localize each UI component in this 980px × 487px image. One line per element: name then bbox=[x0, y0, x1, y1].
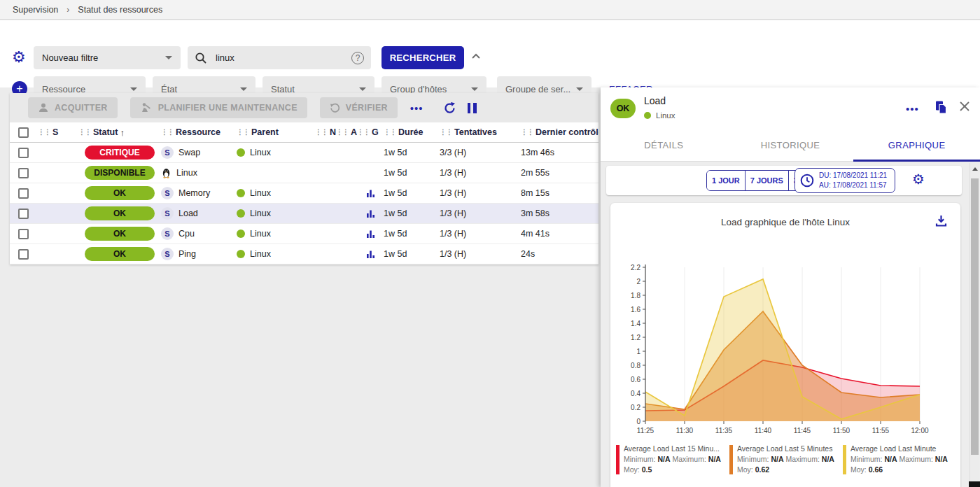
legend-item-load1[interactable]: Average Load Last Minute Minimum: N/A Ma… bbox=[843, 444, 956, 476]
breadcrumb-supervision[interactable]: Supervision bbox=[13, 5, 58, 15]
svg-text:11:40: 11:40 bbox=[755, 427, 772, 435]
check-label: VÉRIFIER bbox=[346, 103, 388, 113]
search-icon bbox=[195, 52, 207, 64]
tries-value: 3/3 (H) bbox=[440, 148, 521, 157]
range-1-day-button[interactable]: 1 JOUR bbox=[707, 171, 746, 190]
row-checkbox[interactable] bbox=[18, 209, 29, 219]
graph-icon[interactable] bbox=[366, 250, 375, 259]
graph-card: Load graphique de l'hôte Linux 00.20.40.… bbox=[610, 203, 960, 487]
graph-icon[interactable] bbox=[366, 230, 375, 239]
column-header-a[interactable]: ⋮⋮A bbox=[336, 127, 357, 137]
chevron-right-icon: › bbox=[66, 5, 69, 15]
tries-value: 1/3 (H) bbox=[440, 188, 521, 198]
more-actions-icon[interactable]: ••• bbox=[410, 102, 424, 114]
parent-name[interactable]: Linux bbox=[250, 148, 271, 157]
breadcrumb-statut-ressources[interactable]: Statut des ressources bbox=[78, 5, 162, 15]
table-header-row: ⋮⋮S ⋮⋮Statut↑ ⋮⋮Ressource ⋮⋮Parent ⋮⋮N ⋮… bbox=[10, 122, 598, 143]
graph-settings-gear-icon[interactable]: ⚙ bbox=[912, 172, 925, 186]
scroll-up-arrow[interactable] bbox=[972, 167, 978, 171]
column-header-severity[interactable]: ⋮⋮S bbox=[38, 127, 78, 137]
parent-status-dot bbox=[644, 112, 651, 119]
column-header-duration[interactable]: ⋮⋮Durée bbox=[384, 127, 440, 137]
acknowledge-button[interactable]: ACQUITTER bbox=[28, 97, 118, 118]
chevron-down-icon bbox=[576, 87, 583, 91]
panel-title: Load bbox=[644, 95, 666, 106]
search-input[interactable] bbox=[214, 52, 344, 64]
row-checkbox[interactable] bbox=[18, 229, 29, 239]
panel-parent-name[interactable]: Linux bbox=[656, 111, 676, 120]
search-help-icon[interactable]: ? bbox=[351, 52, 364, 64]
parent-name[interactable]: Linux bbox=[250, 209, 271, 218]
download-graph-icon[interactable] bbox=[934, 214, 948, 227]
tab-details[interactable]: DÉTAILS bbox=[601, 129, 727, 161]
graph-icon[interactable] bbox=[366, 189, 375, 198]
row-checkbox[interactable] bbox=[18, 168, 29, 178]
row-checkbox[interactable] bbox=[18, 188, 29, 199]
saved-filter-select[interactable]: Nouveau filtre bbox=[34, 46, 181, 69]
row-checkbox[interactable] bbox=[18, 249, 29, 260]
column-header-tries[interactable]: ⋮⋮Tentatives bbox=[440, 127, 521, 137]
close-panel-icon[interactable] bbox=[959, 101, 970, 112]
resources-table: ACQUITTER PLANIFIER UNE MAINTENANCE VÉRI… bbox=[10, 93, 598, 264]
resource-name[interactable]: Linux bbox=[176, 168, 197, 178]
table-row[interactable]: OK SMemory Linux 1w 5d 1/3 (H) 8m 15s bbox=[10, 183, 598, 204]
scrollbar-thumb[interactable] bbox=[971, 178, 979, 455]
resource-name[interactable]: Load bbox=[178, 209, 198, 218]
check-button[interactable]: VÉRIFIER bbox=[320, 97, 398, 118]
column-header-g[interactable]: ⋮⋮G bbox=[357, 127, 384, 137]
table-row-selected[interactable]: OK SLoad Linux 1w 5d 1/3 (H) 3m 58s bbox=[10, 204, 598, 224]
column-header-last-check[interactable]: ⋮⋮Dernier contrôle bbox=[521, 127, 598, 137]
last-check-value: 4m 41s bbox=[521, 229, 598, 239]
refresh-icon[interactable] bbox=[443, 101, 456, 115]
svg-text:0: 0 bbox=[636, 418, 640, 425]
resource-name[interactable]: Memory bbox=[178, 188, 210, 198]
custom-period-button[interactable]: DU: 17/08/2021 11:21 AU: 17/08/2021 11:5… bbox=[794, 168, 895, 193]
parent-name[interactable]: Linux bbox=[250, 229, 271, 239]
panel-scrollbar bbox=[969, 163, 979, 487]
table-row[interactable]: CRITIQUE SSwap Linux 1w 5d 3/3 (H) 13m 4… bbox=[10, 143, 598, 163]
resource-name[interactable]: Ping bbox=[178, 249, 196, 259]
svg-text:1: 1 bbox=[636, 348, 640, 355]
row-checkbox[interactable] bbox=[18, 148, 29, 158]
pause-icon[interactable] bbox=[468, 103, 477, 113]
load-area-chart[interactable]: 00.20.40.60.811.21.41.61.822.211:2511:30… bbox=[610, 257, 960, 445]
drag-handle-icon: ⋮⋮ bbox=[384, 129, 396, 136]
svg-text:1.6: 1.6 bbox=[631, 306, 640, 313]
breadcrumb: Supervision › Statut des ressources bbox=[0, 0, 980, 20]
table-row[interactable]: DISPONIBLE Linux 1w 5d 1/3 (H) 2m 55s bbox=[10, 163, 598, 183]
column-header-parent[interactable]: ⋮⋮Parent bbox=[237, 127, 315, 137]
parent-name[interactable]: Linux bbox=[250, 188, 271, 198]
range-7-days-button[interactable]: 7 JOURS bbox=[746, 171, 789, 190]
filter-settings-gear-icon[interactable]: ⚙ bbox=[12, 50, 26, 65]
chevron-down-icon bbox=[130, 87, 137, 91]
legend-item-load5[interactable]: Average Load Last 5 Minutes Minimum: N/A… bbox=[729, 444, 843, 476]
tab-history[interactable]: HISTORIQUE bbox=[727, 129, 854, 161]
table-row[interactable]: OK SPing Linux 1w 5d 1/3 (H) 24s bbox=[10, 244, 598, 264]
schedule-maintenance-button[interactable]: PLANIFIER UNE MAINTENANCE bbox=[130, 97, 307, 118]
graph-icon[interactable] bbox=[366, 209, 375, 218]
column-label: Durée bbox=[398, 127, 423, 137]
filter-section: ⚙ Nouveau filtre ? RECHERCHER + Ressourc… bbox=[0, 20, 980, 87]
svg-text:1.2: 1.2 bbox=[631, 334, 640, 341]
search-button[interactable]: RECHERCHER bbox=[382, 46, 464, 69]
resource-name[interactable]: Cpu bbox=[178, 229, 195, 239]
duration-value: 1w 5d bbox=[384, 168, 440, 178]
column-header-n[interactable]: ⋮⋮N bbox=[315, 127, 336, 137]
tab-graph[interactable]: GRAPHIQUE bbox=[853, 129, 980, 161]
tries-value: 1/3 (H) bbox=[440, 168, 521, 178]
parent-name[interactable]: Linux bbox=[250, 249, 271, 259]
select-all-checkbox[interactable] bbox=[18, 127, 29, 138]
panel-status-badge: OK bbox=[610, 99, 636, 118]
table-row[interactable]: OK SCpu Linux 1w 5d 1/3 (H) 4m 41s bbox=[10, 224, 598, 244]
copy-link-icon[interactable] bbox=[934, 100, 948, 115]
column-header-status[interactable]: ⋮⋮Statut↑ bbox=[78, 127, 161, 138]
column-label: G bbox=[372, 127, 379, 137]
column-header-resource[interactable]: ⋮⋮Ressource bbox=[161, 127, 237, 137]
collapse-filters-icon[interactable] bbox=[470, 52, 482, 60]
legend-item-load15[interactable]: Average Load Last 15 Minu... Minimum: N/… bbox=[616, 444, 729, 476]
resource-name[interactable]: Swap bbox=[178, 148, 200, 157]
column-label: S bbox=[52, 127, 58, 137]
panel-more-icon[interactable]: ••• bbox=[906, 103, 919, 115]
svg-text:2.2: 2.2 bbox=[631, 264, 640, 271]
app-window: Supervision › Statut des ressources ⚙ No… bbox=[0, 0, 980, 487]
